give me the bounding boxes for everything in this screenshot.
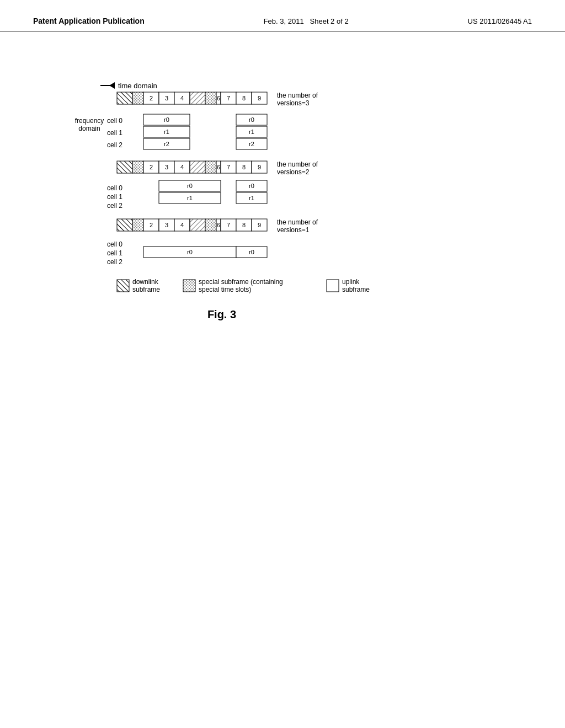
diagram: time domain 2 3 4 6 7 xyxy=(56,70,509,447)
svg-text:7: 7 xyxy=(227,95,230,101)
svg-rect-80 xyxy=(205,219,216,231)
svg-text:r2: r2 xyxy=(249,141,254,147)
svg-text:r1: r1 xyxy=(164,129,169,135)
svg-rect-48 xyxy=(190,161,205,173)
svg-text:versions=2: versions=2 xyxy=(277,168,310,176)
svg-rect-101 xyxy=(183,280,195,292)
svg-rect-4 xyxy=(132,92,143,104)
svg-text:the number of: the number of xyxy=(277,92,318,99)
svg-text:r0: r0 xyxy=(249,116,254,123)
svg-text:6: 6 xyxy=(217,164,220,170)
svg-rect-12 xyxy=(205,92,216,104)
svg-text:r0: r0 xyxy=(187,249,193,255)
svg-text:cell  1: cell 1 xyxy=(107,129,122,137)
svg-text:cell 1: cell 1 xyxy=(107,193,122,201)
header-right: US 2011/026445 A1 xyxy=(468,17,532,25)
svg-text:8: 8 xyxy=(242,95,246,101)
svg-text:subframe: subframe xyxy=(132,286,160,293)
svg-text:r1: r1 xyxy=(249,195,254,201)
svg-text:2: 2 xyxy=(150,95,153,101)
svg-text:frequency: frequency xyxy=(75,117,104,125)
svg-text:2: 2 xyxy=(150,164,153,170)
svg-text:versions=1: versions=1 xyxy=(277,226,310,234)
svg-rect-79 xyxy=(190,219,205,231)
svg-rect-71 xyxy=(117,219,132,231)
svg-text:7: 7 xyxy=(227,164,230,170)
svg-rect-104 xyxy=(327,280,339,292)
svg-text:3: 3 xyxy=(165,222,168,228)
svg-rect-98 xyxy=(117,280,129,292)
svg-rect-49 xyxy=(205,161,216,173)
svg-rect-3 xyxy=(117,92,132,104)
svg-text:the number of: the number of xyxy=(277,160,318,168)
svg-text:7: 7 xyxy=(227,222,230,228)
svg-text:cell 1: cell 1 xyxy=(107,249,122,257)
svg-text:downlink: downlink xyxy=(132,278,159,286)
svg-text:uplink: uplink xyxy=(342,278,360,286)
svg-text:Fig. 3: Fig. 3 xyxy=(207,308,236,320)
svg-text:8: 8 xyxy=(242,164,246,170)
svg-text:special time slots): special time slots) xyxy=(199,286,251,293)
svg-rect-40 xyxy=(117,161,132,173)
svg-text:r0: r0 xyxy=(249,183,254,189)
svg-text:time domain: time domain xyxy=(118,82,157,90)
svg-text:9: 9 xyxy=(258,222,261,228)
svg-rect-11 xyxy=(190,92,205,104)
svg-text:9: 9 xyxy=(258,164,261,170)
svg-rect-41 xyxy=(132,161,143,173)
svg-text:cell 2: cell 2 xyxy=(107,258,122,266)
svg-text:r0: r0 xyxy=(249,249,254,255)
svg-text:6: 6 xyxy=(217,222,220,228)
svg-text:4: 4 xyxy=(180,164,184,170)
svg-text:special subframe (containing: special subframe (containing xyxy=(199,278,283,286)
svg-rect-72 xyxy=(132,219,143,231)
svg-text:3: 3 xyxy=(165,164,168,170)
svg-text:cell 0: cell 0 xyxy=(107,240,122,248)
svg-text:subframe: subframe xyxy=(342,286,370,293)
svg-text:r0: r0 xyxy=(187,183,193,189)
header-left: Patent Application Publication xyxy=(33,17,145,25)
svg-text:9: 9 xyxy=(258,95,261,101)
svg-text:cell 0: cell 0 xyxy=(107,184,122,192)
svg-text:r1: r1 xyxy=(249,129,254,135)
svg-text:the number of: the number of xyxy=(277,218,318,226)
svg-text:2: 2 xyxy=(150,222,153,228)
svg-text:cell  0: cell 0 xyxy=(107,117,122,125)
svg-text:6: 6 xyxy=(217,95,220,101)
svg-text:domain: domain xyxy=(78,125,100,132)
svg-text:8: 8 xyxy=(242,222,246,228)
svg-text:4: 4 xyxy=(180,95,184,101)
svg-text:cell 2: cell 2 xyxy=(107,202,122,210)
svg-text:r2: r2 xyxy=(164,141,169,147)
svg-text:cell  2: cell 2 xyxy=(107,141,122,149)
svg-text:r1: r1 xyxy=(187,195,193,201)
header-center: Feb. 3, 2011 Sheet 2 of 2 xyxy=(264,17,349,25)
svg-text:r0: r0 xyxy=(164,116,169,123)
svg-text:versions=3: versions=3 xyxy=(277,99,310,107)
svg-text:4: 4 xyxy=(180,222,184,228)
svg-text:3: 3 xyxy=(165,95,168,101)
